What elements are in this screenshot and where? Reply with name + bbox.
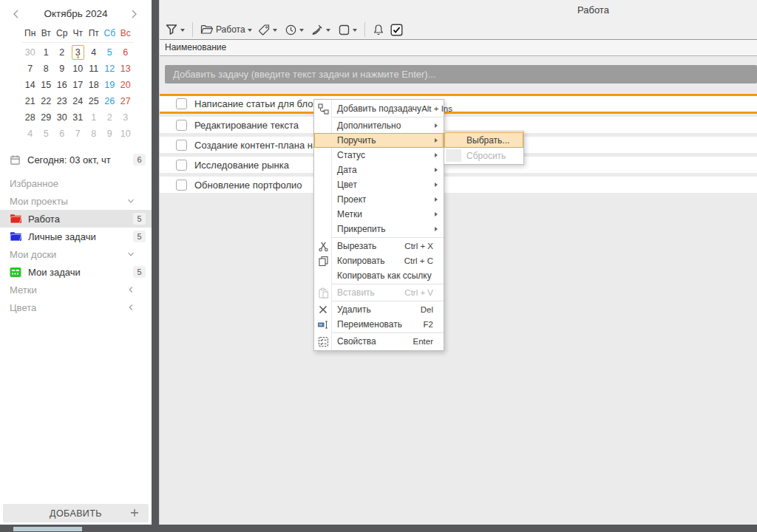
calendar-day[interactable]: 7: [75, 129, 81, 139]
sidebar-item[interactable]: Метки: [0, 281, 152, 299]
calendar-day[interactable]: 24: [72, 96, 83, 106]
calendar-day[interactable]: 26: [104, 96, 115, 106]
context-menu-item[interactable]: Дата: [314, 163, 444, 177]
add-task-input[interactable]: [165, 65, 757, 83]
filter-button[interactable]: [165, 23, 185, 36]
sidebar-item[interactable]: Цвета: [0, 299, 152, 316]
sidebar-splitter[interactable]: [152, 0, 159, 525]
context-menu-item[interactable]: Дополнительно: [314, 118, 444, 133]
project-filter-button[interactable]: Работа: [200, 24, 252, 35]
count-badge: 5: [133, 213, 146, 225]
sidebar-item[interactable]: Работа 5: [0, 210, 152, 228]
calendar-day[interactable]: 15: [41, 80, 51, 90]
context-menu-item[interactable]: Копировать как ссылку: [314, 268, 444, 283]
calendar-day[interactable]: 30: [25, 47, 35, 58]
submenu-item[interactable]: Выбрать...: [444, 132, 523, 148]
calendar-day[interactable]: 3: [72, 45, 84, 60]
sidebar-item[interactable]: Мои задачи 5: [0, 263, 152, 281]
context-menu-item[interactable]: Проект: [314, 192, 444, 207]
show-completed-checkbox[interactable]: [390, 24, 403, 36]
calendar-day[interactable]: 20: [120, 80, 131, 90]
count-badge: 5: [133, 266, 146, 278]
sidebar-item[interactable]: Мои проекты: [0, 192, 152, 210]
context-menu-item[interactable]: Прикрепить: [314, 222, 444, 236]
add-project-button[interactable]: ДОБАВИТЬ: [3, 504, 149, 522]
calendar-day[interactable]: 12: [104, 64, 115, 74]
calendar-day[interactable]: 29: [41, 112, 51, 123]
context-menu-item[interactable]: Поручить: [314, 133, 444, 148]
sidebar-item[interactable]: Избранное: [0, 174, 152, 192]
calendar-day[interactable]: 2: [59, 47, 64, 58]
calendar-day[interactable]: 4: [27, 129, 33, 139]
context-menu-item[interactable]: Вырезать Ctrl + X: [314, 239, 444, 253]
calendar-day[interactable]: 8: [91, 129, 96, 139]
task-checkbox[interactable]: [176, 180, 187, 191]
calendar-day[interactable]: 17: [72, 80, 83, 90]
task-row[interactable]: Написание статьи для блога: [160, 94, 757, 114]
calendar-day[interactable]: 13: [120, 64, 131, 74]
context-menu-item[interactable]: re Переименовать F2: [314, 317, 444, 332]
calendar-day[interactable]: 31: [72, 112, 83, 123]
calendar-day[interactable]: 18: [89, 80, 99, 90]
calendar-day[interactable]: 23: [57, 96, 67, 106]
sidebar-item[interactable]: Мои доски: [0, 245, 152, 263]
toolbar: Работа: [165, 21, 403, 38]
context-menu-item[interactable]: Цвет: [314, 177, 444, 192]
task-checkbox[interactable]: [176, 120, 187, 131]
notifications-button[interactable]: [373, 24, 384, 36]
calendar-day[interactable]: 9: [59, 64, 64, 74]
weekday-label: Ср: [54, 28, 70, 38]
context-menu-item[interactable]: Статус: [314, 148, 444, 163]
context-menu-item[interactable]: Копировать Ctrl + C: [314, 253, 444, 268]
calendar-day[interactable]: 10: [120, 129, 131, 139]
calendar-day[interactable]: 2: [107, 112, 112, 123]
calendar-day[interactable]: 21: [25, 96, 35, 106]
chevron-right-icon[interactable]: [128, 8, 140, 20]
context-menu-item[interactable]: Метки: [314, 207, 444, 222]
weekday-label: Вс: [118, 28, 134, 38]
shortcut-label: F2: [424, 320, 433, 329]
calendar-day[interactable]: 28: [25, 112, 35, 123]
context-menu-item[interactable]: Удалить Del: [314, 302, 444, 317]
toolbar-button[interactable]: [338, 24, 357, 36]
column-header-name[interactable]: Наименование: [160, 39, 757, 56]
calendar-day[interactable]: 16: [57, 80, 67, 90]
calendar-day[interactable]: 1: [44, 47, 49, 58]
calendar-day[interactable]: 6: [59, 129, 64, 139]
calendar-day[interactable]: 11: [89, 64, 98, 74]
calendar-day[interactable]: 5: [44, 129, 49, 139]
context-menu-item[interactable]: Свойства Enter: [314, 334, 444, 349]
calendar-day[interactable]: 3: [123, 112, 128, 123]
calendar-day[interactable]: 14: [25, 80, 35, 90]
dropdown-caret-icon: [180, 29, 185, 32]
toolbar-button[interactable]: [258, 24, 277, 36]
window-bottom-edge: [0, 525, 757, 532]
sidebar-item[interactable]: Личные задачи 5: [0, 228, 152, 245]
calendar-day[interactable]: 9: [107, 129, 112, 139]
calendar-day[interactable]: 19: [104, 80, 115, 90]
toolbar-button[interactable]: [285, 24, 304, 36]
calendar-day[interactable]: 4: [91, 47, 96, 58]
toolbar-button[interactable]: [311, 24, 330, 36]
rename-icon: re: [316, 318, 330, 330]
calendar-day[interactable]: 7: [27, 64, 33, 74]
task-row[interactable]: Обновление портфолио: [160, 177, 757, 193]
calendar-day[interactable]: 10: [72, 64, 83, 74]
context-menu: Добавить подзадачу Alt + Ins Дополнитель…: [313, 99, 444, 351]
calendar-day[interactable]: 25: [89, 96, 99, 106]
context-menu-item[interactable]: Добавить подзадачу Alt + Ins: [314, 101, 444, 116]
checkbox-checked-icon: [390, 24, 403, 36]
task-checkbox[interactable]: [176, 140, 187, 151]
calendar-day[interactable]: 5: [107, 47, 112, 58]
calendar-day[interactable]: 6: [123, 47, 128, 58]
calendar-day[interactable]: 30: [57, 112, 67, 123]
task-checkbox[interactable]: [176, 98, 187, 109]
calendar-day[interactable]: 1: [91, 112, 96, 123]
calendar-day[interactable]: 27: [120, 96, 131, 106]
task-checkbox[interactable]: [176, 160, 187, 171]
sidebar-item-today[interactable]: Сегодня: 03 окт, чт 6: [0, 151, 152, 168]
calendar-day[interactable]: 22: [41, 96, 51, 106]
chevron-left-icon[interactable]: [10, 8, 22, 20]
brush-icon: [311, 24, 324, 36]
calendar-day[interactable]: 8: [44, 64, 49, 74]
